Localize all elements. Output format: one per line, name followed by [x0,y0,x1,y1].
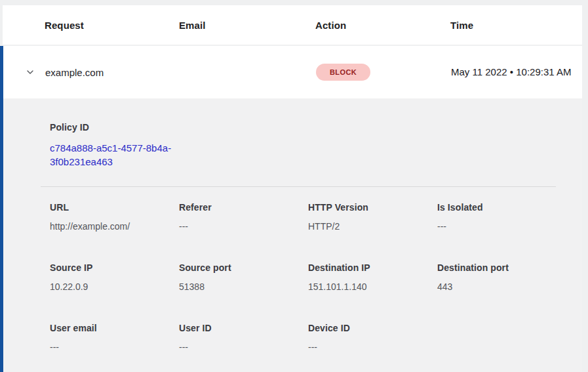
field-user-email: User email --- [50,323,179,352]
field-source-port: Source port 51388 [179,262,308,292]
field-user-id: User ID --- [179,323,308,352]
row-timestamp: May 11 2022 • 10:29:31 AM [451,64,582,80]
block-status-badge: BLOCK [316,64,370,81]
chevron-down-icon[interactable] [24,66,36,78]
log-details-panel: Policy ID c784a888-a5c1-4577-8b4a-3f0b23… [0,98,582,372]
field-device-id: Device ID --- [308,323,437,352]
request-cell: example.com [45,67,180,78]
log-row[interactable]: example.com BLOCK May 11 2022 • 10:29:31… [0,46,582,98]
table-header: Request Email Action Time [3,5,582,45]
details-row-user: User email --- User ID --- Device ID --- [50,323,556,352]
field-destination-port: Destination port 443 [437,262,566,292]
field-is-isolated: Is Isolated --- [437,202,566,232]
request-domain: example.com [45,67,104,78]
details-row-network: Source IP 10.22.0.9 Source port 51388 De… [50,262,556,292]
policy-id-label: Policy ID [50,122,556,133]
details-row-http: URL http://example.com/ Referer --- HTTP… [50,202,556,232]
field-url: URL http://example.com/ [50,202,179,232]
column-header-email: Email [179,20,315,31]
action-cell: BLOCK [316,64,451,81]
section-divider [41,186,556,187]
field-http-version: HTTP Version HTTP/2 [308,202,437,232]
field-empty [437,323,566,352]
field-source-ip: Source IP 10.22.0.9 [50,262,179,292]
column-header-action: Action [315,20,450,31]
field-referer: Referer --- [179,202,308,232]
field-destination-ip: Destination IP 151.101.1.140 [308,262,437,292]
column-header-request: Request [45,20,179,31]
column-header-time: Time [450,20,582,31]
policy-id-section: Policy ID c784a888-a5c1-4577-8b4a-3f0b23… [50,122,556,169]
policy-id-link[interactable]: c784a888-a5c1-4577-8b4a-3f0b231ea463 [50,141,178,169]
